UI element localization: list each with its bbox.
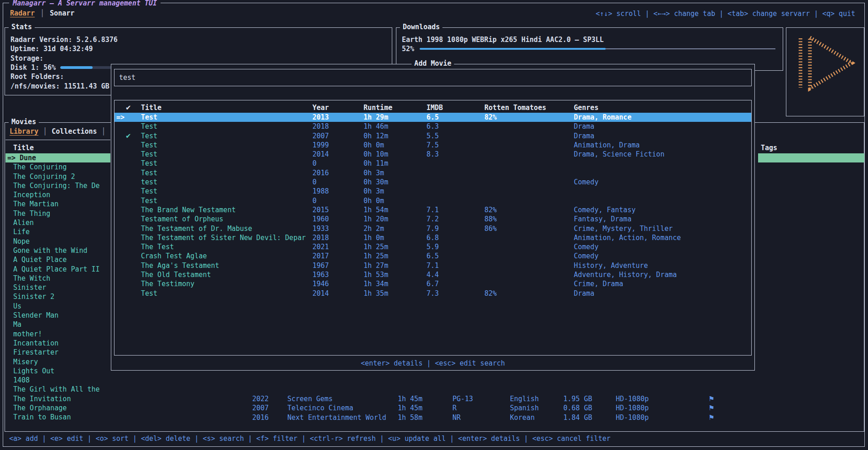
table-row[interactable]: 2016 Next Entertainment World 1h 58m NR … [5,413,863,422]
year-cell: 2015 [312,205,329,215]
search-result-row[interactable]: Test 1988 0h 3m [114,187,751,196]
search-result-row[interactable]: test 0 0h 30m Comedy [114,178,751,187]
genres-cell: Drama [574,131,594,141]
uptime-label: Uptime: [10,45,39,53]
list-item[interactable]: The Witch [5,274,110,283]
list-item[interactable]: A Quiet Place Part II [5,265,110,274]
list-item[interactable]: Nope [5,237,110,246]
list-item[interactable]: A Quiet Place [5,255,110,264]
search-result-row[interactable]: Test 0 0h 11m [114,159,751,168]
search-result-row[interactable]: Test 0 0h 0m [114,196,751,205]
search-result-row[interactable]: The Testament of Dr. Mabuse 1933 2h 2m 7… [114,224,751,233]
title-cell: Test [141,187,157,196]
disk-usage-label: Disk 1: 56% [10,63,56,72]
tab-library[interactable]: Library [10,127,38,136]
search-result-row[interactable]: Test 1999 0h 0m 7.5 Animation, Drama [114,141,751,150]
movie-title-cell: A Quiet Place Part II [13,265,100,273]
movie-title-cell: Slender Man [13,311,58,319]
list-item[interactable]: mother! [5,330,110,339]
year-cell: 1999 [312,141,329,150]
search-result-row[interactable]: The Test 2021 1h 25m 5.9 Comedy [114,242,751,251]
tab-radarr[interactable]: Radarr [10,9,35,17]
imdb-cell: 6.3 [426,122,439,131]
genres-cell: Drama [574,122,594,131]
search-result-row[interactable]: The Aga's Testament 1967 1h 27m 7.1 Hist… [114,261,751,270]
genres-cell: Drama, Romance [574,113,631,122]
movie-title-cell: The Martian [13,200,58,208]
column-header-title: Title [13,143,34,152]
genres-cell: Animation, Action, Romance [574,233,681,242]
year-cell: 2014 [312,289,329,298]
list-item[interactable]: =>Dune [5,153,110,162]
runtime-cell: 0h 10m [364,150,388,159]
search-result-row[interactable]: Test 2018 1h 46m 6.3 Drama [114,122,751,131]
list-item[interactable]: Lights Out [5,366,110,376]
version-value: 5.2.6.8376 [77,36,118,44]
list-item[interactable]: The Thing [5,209,110,218]
uptime-row: Uptime: 31d 04:32:49 [10,44,93,53]
list-item[interactable]: The Girl with All the [5,385,110,394]
search-result-row[interactable]: => Test 2013 1h 29m 6.5 82% Drama, Roman… [114,113,751,122]
list-item[interactable]: 1408 [5,376,110,385]
list-item[interactable]: Incantation [5,339,110,348]
column-header-title: Title [141,103,161,112]
search-result-row[interactable]: The Testament of Sister New Devil: Depar… [114,233,751,242]
search-result-row[interactable]: Test 2016 0h 3m [114,168,751,178]
imdb-cell: 4.4 [426,270,439,279]
search-result-row[interactable]: The Testimony 1946 1h 34m 6.7 Crime, Dra… [114,279,751,288]
movie-title-cell: The Witch [13,274,50,283]
list-item[interactable]: Firestarter [5,348,110,357]
list-item[interactable]: Slender Man [5,311,110,320]
search-input[interactable] [114,69,751,86]
search-result-row[interactable]: Test 2014 0h 10m 8.3 Drama, Science Fict… [114,150,751,159]
list-item[interactable]: Ma [5,320,110,329]
list-item[interactable]: The Conjuring: The De [5,181,110,190]
tab-separator: │ [40,9,44,17]
title-cell: Crash Test Aglae [141,251,207,261]
list-item[interactable]: Alien [5,218,110,227]
runtime-cell: 0h 11m [364,159,388,168]
list-item[interactable]: Sinister [5,283,110,292]
list-item[interactable]: The Martian [5,199,110,209]
storage-label: Storage: [10,54,43,63]
list-item[interactable]: Misery [5,357,110,366]
table-row[interactable]: 2007 Telecinco Cinema 1h 45m R Spanish 0… [5,403,863,413]
top-keybindings: <↑↓> scroll | <←→> change tab | <tab> ch… [596,10,855,18]
search-result-row[interactable]: Test 2014 1h 35m 7.3 82% Drama [114,289,751,298]
size-cell: 1.95 GB [563,394,592,403]
imdb-cell: 7.1 [426,261,439,270]
quality-cell: HD-1080p [616,403,649,413]
title-cell: The Test [141,242,174,251]
servarr-tabs: Radarr │ Sonarr [10,9,74,18]
year-cell: 2007 [252,403,269,413]
title-cell: The Testament of Sister New Devil: Depar [141,233,306,242]
add-movie-modal: Add Movie ✔ Title Year Runtime IMDB Rott… [111,64,755,371]
list-item[interactable]: Gone with the Wind [5,246,110,255]
search-result-row[interactable]: Crash Test Aglae 2017 1h 25m 6.5 Comedy [114,251,751,261]
table-row[interactable]: 2022 Screen Gems 1h 45m PG-13 English 1.… [5,394,863,403]
list-item[interactable]: Inception [5,190,110,199]
rotten-tomatoes-cell: 86% [484,224,497,233]
title-cell: The Testament of Dr. Mabuse [141,224,252,233]
tab-sonarr[interactable]: Sonarr [50,9,74,17]
list-item[interactable]: Us [5,302,110,311]
search-result-row[interactable]: The Old Testament 1963 1h 53m 4.4 Advent… [114,270,751,279]
year-cell: 2016 [252,413,269,422]
column-header-rotten-tomatoes: Rotten Tomatoes [484,103,546,112]
search-result-row[interactable]: Testament of Orpheus 1960 1h 20m 7.2 88%… [114,215,751,224]
list-item[interactable]: The Conjuring 2 [5,172,110,181]
title-cell: The Aga's Testament [141,261,219,270]
tab-collections[interactable]: Collections [52,127,97,136]
title-cell: Test [141,141,157,150]
selected-row-tags-cell[interactable] [758,153,864,162]
genres-cell: Crime, Drama [574,279,623,288]
language-cell: English [510,394,539,403]
list-item[interactable]: Sinister 2 [5,292,110,301]
search-result-row[interactable]: The Brand New Testament 2015 1h 54m 7.1 … [114,205,751,215]
search-result-row[interactable]: ✔ Test 2007 0h 12m 5.5 Drama [114,131,751,141]
list-item[interactable]: Life [5,227,110,236]
tabs-divider [5,140,110,140]
list-item[interactable]: The Conjuring [5,162,110,172]
movie-title-cell: Sinister [13,283,46,292]
year-cell: 1933 [312,224,329,233]
